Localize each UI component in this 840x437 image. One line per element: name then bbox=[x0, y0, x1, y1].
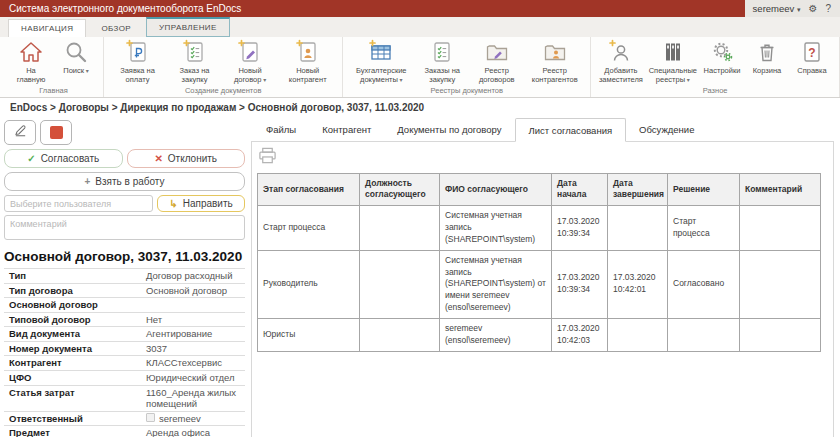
print-button[interactable] bbox=[258, 147, 277, 169]
table-header-cell: Этап согласования bbox=[258, 174, 360, 206]
ribbon-button[interactable]: Новый контрагент bbox=[280, 39, 335, 84]
titlebar: Система электронного документооборота En… bbox=[0, 0, 840, 17]
property-label: Ответственный bbox=[4, 412, 142, 426]
redirect-arrow-icon: ↳ bbox=[169, 198, 177, 209]
breadcrumb-item[interactable]: Дирекция по продажам bbox=[120, 102, 236, 113]
route-label: Направить bbox=[183, 198, 233, 209]
table-cell: 17.03.2020 10:39:34 bbox=[552, 205, 608, 250]
property-row: Номер документа3037 bbox=[4, 342, 245, 357]
table-cell bbox=[608, 205, 668, 250]
document-tab-1[interactable]: Контрагент bbox=[309, 118, 384, 141]
property-value: Аренда офиса bbox=[142, 426, 245, 437]
table-cell: 17.03.2020 10:39:34 bbox=[552, 250, 608, 318]
left-panel: ✓ Согласовать ✕ Отклонить + Взять в рабо… bbox=[4, 118, 245, 437]
table-cell bbox=[360, 319, 440, 352]
ribbon-button[interactable]: Поиск ▾ bbox=[56, 39, 96, 75]
ribbon-button-label: Заявка на оплату bbox=[111, 66, 164, 84]
approve-label: Согласовать bbox=[41, 153, 100, 164]
ribbon-button-label: Добавить заместителя bbox=[598, 66, 643, 84]
table-cell: seremeev (ensol\seremeev) bbox=[440, 319, 552, 352]
document-tool-row bbox=[4, 120, 245, 145]
take-to-work-label: Взять в работу bbox=[95, 176, 164, 187]
property-value: Договор расходный bbox=[142, 269, 245, 283]
comment-input[interactable] bbox=[4, 215, 245, 240]
ribbon-button[interactable]: На главную bbox=[11, 39, 51, 84]
property-value: Нет bbox=[142, 313, 245, 327]
ribbon-group-label: Разное bbox=[598, 84, 832, 97]
property-label: Статья затрат bbox=[4, 386, 142, 411]
property-label: Тип bbox=[4, 269, 142, 283]
ribbon-button-label: Заказы на закупку bbox=[417, 66, 467, 84]
chevron-down-icon: ▾ bbox=[797, 6, 801, 13]
table-row: Юристыseremeev (ensol\seremeev)17.03.202… bbox=[258, 319, 821, 352]
document-title: Основной договор, 3037, 11.03.2020 bbox=[4, 249, 245, 264]
ribbon-button-label: Новый договор ▾ bbox=[225, 66, 275, 84]
take-to-work-button[interactable]: + Взять в работу bbox=[4, 172, 245, 191]
reject-button[interactable]: ✕ Отклонить bbox=[127, 149, 246, 168]
ribbon-button[interactable]: Реестр договоров bbox=[472, 39, 521, 84]
property-row: ТипДоговор расходный bbox=[4, 269, 245, 284]
ribbon-button-label: Специальные реестры ▾ bbox=[649, 66, 697, 84]
document-tab-0[interactable]: Файлы bbox=[253, 118, 309, 141]
ribbon-group-buttons: Бухгалтерские документы ▾Заказы на закуп… bbox=[350, 39, 583, 84]
ribbon-toolbar: На главнуюПоиск ▾ГлавнаяЗаявка на оплату… bbox=[0, 37, 840, 98]
new-contract-icon bbox=[237, 39, 263, 65]
ribbon-tab-1[interactable]: ОБЗОР bbox=[89, 20, 143, 37]
document-tab-3-active[interactable]: Лист согласования bbox=[515, 118, 627, 142]
property-value: Основной договор bbox=[142, 284, 245, 298]
ribbon-button[interactable]: Специальные реестры ▾ bbox=[649, 39, 697, 84]
property-value: seremeev bbox=[142, 412, 245, 426]
property-value: Юридический отдел bbox=[142, 371, 245, 385]
property-row: Статья затрат1160_Аренда жилых помещений bbox=[4, 386, 245, 412]
approval-sheet-panel: Этап согласованияДолжность согласующегоФ… bbox=[251, 141, 834, 437]
ribbon-button[interactable]: Заказы на закупку bbox=[417, 39, 467, 84]
table-cell: Согласовано bbox=[668, 250, 740, 318]
help-book-icon: ? bbox=[799, 39, 825, 65]
property-row: Типовой договорНет bbox=[4, 313, 245, 328]
route-row: ↳ Направить bbox=[4, 195, 245, 212]
home-icon bbox=[18, 39, 44, 65]
property-value: Агентирование bbox=[142, 327, 245, 341]
properties-table: ТипДоговор расходныйТип договораОсновной… bbox=[4, 268, 245, 437]
ribbon-button-label: Поиск ▾ bbox=[63, 66, 88, 75]
ribbon-tab-0[interactable]: НАВИГАЦИЯ bbox=[8, 19, 86, 37]
ribbon-group: Заявка на оплатуЗаказ на закупкуНовый до… bbox=[104, 37, 343, 97]
route-button[interactable]: ↳ Направить bbox=[157, 195, 245, 212]
ribbon-button[interactable]: Реестр контрагентов bbox=[526, 39, 583, 84]
edit-button[interactable] bbox=[4, 120, 36, 145]
counterparties-registry-icon bbox=[542, 39, 568, 65]
purchase-orders-icon bbox=[429, 39, 455, 65]
ribbon-button[interactable]: Корзина bbox=[747, 39, 787, 75]
user-menu-label: seremeev bbox=[753, 3, 795, 14]
help-icon[interactable]: ? bbox=[825, 3, 831, 14]
approve-button[interactable]: ✓ Согласовать bbox=[4, 149, 123, 168]
property-label: Контрагент bbox=[4, 356, 142, 370]
approval-table: Этап согласованияДолжность согласующегоФ… bbox=[257, 173, 821, 352]
document-tab-4[interactable]: Обсуждение bbox=[626, 118, 707, 141]
ribbon-button-label: Настройки bbox=[704, 66, 741, 75]
property-row: Тип договораОсновной договор bbox=[4, 284, 245, 299]
user-select-input[interactable] bbox=[4, 195, 153, 212]
ribbon-group-label: Реестры документов bbox=[350, 84, 583, 97]
breadcrumb-item[interactable]: Договоры bbox=[59, 102, 109, 113]
stop-button[interactable] bbox=[40, 120, 72, 145]
table-row: РуководительСистемная учетная запись (SH… bbox=[258, 250, 821, 318]
ribbon-button[interactable]: Заказ на закупку bbox=[169, 39, 220, 84]
table-cell bbox=[360, 205, 440, 250]
chevron-down-icon: ▾ bbox=[84, 68, 89, 74]
ribbon-button[interactable]: Бухгалтерские документы ▾ bbox=[350, 39, 412, 84]
property-label: Типовой договор bbox=[4, 313, 142, 327]
ribbon-button[interactable]: Добавить заместителя bbox=[598, 39, 643, 84]
ribbon-button-label: Реестр договоров bbox=[472, 66, 521, 84]
user-menu[interactable]: seremeev ▾ bbox=[753, 3, 801, 14]
ribbon-button[interactable]: Настройки bbox=[702, 39, 742, 75]
ribbon-button[interactable]: Новый договор ▾ bbox=[225, 39, 275, 84]
gear-icon[interactable]: ⚙ bbox=[808, 3, 817, 14]
breadcrumb-item[interactable]: EnDocs bbox=[10, 102, 47, 113]
document-tab-2[interactable]: Документы по договору bbox=[384, 118, 514, 141]
ribbon-button[interactable]: Заявка на оплату bbox=[111, 39, 164, 84]
ribbon-group-buttons: Заявка на оплатуЗаказ на закупкуНовый до… bbox=[111, 39, 335, 84]
ribbon-tab-2[interactable]: УПРАВЛЕНИЕ bbox=[146, 17, 230, 37]
settings-gears-icon bbox=[709, 39, 735, 65]
ribbon-button[interactable]: ?Справка bbox=[792, 39, 832, 75]
